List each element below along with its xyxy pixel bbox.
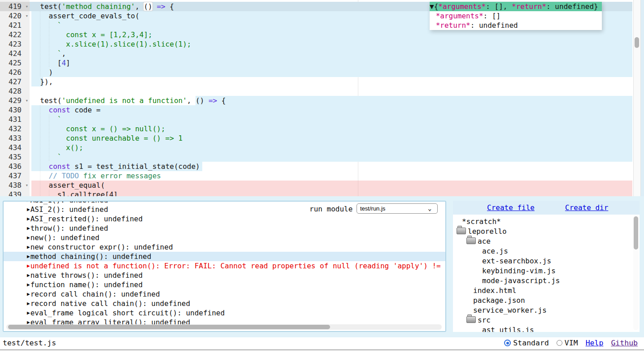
tree-item[interactable]: *scratch*	[462, 217, 501, 227]
radio-icon[interactable]	[557, 340, 562, 346]
code-line[interactable]: `,	[30, 49, 632, 58]
gutter-cell[interactable]: 429▾	[0, 96, 30, 105]
tree-item[interactable]: src	[466, 315, 491, 325]
gutter-cell[interactable]: 421	[0, 21, 30, 30]
expand-triangle-icon[interactable]: ▶	[27, 308, 30, 318]
files-vertical-scrollbar[interactable]	[633, 215, 639, 330]
expand-triangle-icon[interactable]: ▶	[27, 233, 30, 242]
expand-triangle-icon[interactable]: ▶	[27, 205, 30, 214]
result-item[interactable]: ▶eval_frame logical short circuit(): und…	[4, 308, 445, 318]
results-horizontal-scrollbar[interactable]	[6, 324, 442, 330]
code-line[interactable]: // TODO fix error messages	[30, 171, 632, 181]
files-scrollbar-thumb[interactable]	[634, 216, 638, 250]
code-line[interactable]	[30, 86, 632, 96]
result-item[interactable]: ▶record native call chain(): undefined	[4, 299, 445, 308]
result-item[interactable]: ▶function name(): undefined	[4, 280, 445, 289]
result-item[interactable]: ▶new constructor expr(): undefined	[4, 242, 445, 252]
gutter-cell[interactable]: 419▾	[0, 2, 30, 11]
code-line[interactable]: [4]	[30, 58, 632, 68]
expand-triangle-icon[interactable]: ▶	[27, 299, 30, 308]
value-tooltip[interactable]: ▼{*arguments*: [], *return*: undefined} …	[430, 2, 602, 30]
fold-toggle-icon[interactable]: ▾	[25, 96, 28, 105]
gutter-cell[interactable]: 430	[0, 105, 30, 115]
code-line[interactable]: const x = () => null();	[30, 124, 632, 133]
result-item[interactable]: ▶native throws(): undefined	[4, 271, 445, 280]
tree-item[interactable]: ext-searchbox.js	[482, 256, 551, 266]
tree-item[interactable]: index.html	[473, 286, 516, 296]
code-line[interactable]: const s1 = test_initial_state(code)	[30, 162, 632, 171]
github-link[interactable]: Github	[611, 339, 638, 347]
tree-item[interactable]: ace.js	[482, 246, 508, 256]
create-dir-link[interactable]: Create dir	[565, 203, 608, 212]
expand-triangle-icon[interactable]: ▶	[27, 261, 30, 271]
gutter-cell[interactable]: 423	[0, 39, 30, 49]
editor-gutter[interactable]: 419▾420▾421422423424425426427428429▾4304…	[0, 0, 30, 196]
gutter-cell[interactable]: 433	[0, 133, 30, 143]
tree-item[interactable]: ast_utils.js	[482, 325, 534, 332]
gutter-cell[interactable]: 432	[0, 124, 30, 133]
gutter-cell[interactable]: 438▾	[0, 181, 30, 190]
gutter-cell[interactable]: 424	[0, 49, 30, 58]
gutter-cell[interactable]: 436	[0, 162, 30, 171]
gutter-cell[interactable]: 437	[0, 171, 30, 181]
result-item[interactable]: ▶undefined is not a function(): Error: F…	[4, 261, 445, 271]
code-line[interactable]: `	[30, 115, 632, 124]
editor-vertical-scrollbar[interactable]	[633, 0, 641, 196]
call-marker[interactable]: ()	[144, 2, 152, 11]
fold-toggle-icon[interactable]: ▾	[25, 2, 28, 11]
code-line[interactable]: const x = [1,2,3,4];	[30, 30, 632, 39]
tree-item[interactable]: mode-javascript.js	[482, 276, 560, 286]
code-line[interactable]: x();	[30, 143, 632, 152]
expand-triangle-icon[interactable]: ▶	[27, 271, 30, 280]
gutter-cell[interactable]: 426	[0, 68, 30, 77]
fold-toggle-icon[interactable]: ▾	[25, 181, 28, 190]
gutter-cell[interactable]: 434	[0, 143, 30, 152]
code-line[interactable]: `	[30, 152, 632, 162]
gutter-cell[interactable]: 427	[0, 77, 30, 86]
tree-item[interactable]: keybinding-vim.js	[482, 266, 556, 276]
run-module-select[interactable]: test/run.js	[357, 203, 438, 214]
mode-radio-vim[interactable]: VIM	[557, 339, 578, 347]
expand-triangle-icon[interactable]: ▶	[27, 242, 30, 252]
gutter-cell[interactable]: 428	[0, 86, 30, 96]
code-line[interactable]: }),	[30, 77, 632, 86]
tree-item[interactable]: service_worker.js	[473, 306, 547, 315]
code-line[interactable]: x.slice(1).slice(1).slice(1);	[30, 39, 632, 49]
gutter-cell[interactable]: 420▾	[0, 11, 30, 21]
result-item[interactable]: ▶ASI_restrited(): undefined	[4, 214, 445, 224]
gutter-cell[interactable]: 439	[0, 190, 30, 196]
result-item[interactable]: ▶throw(): undefined	[4, 224, 445, 233]
tree-item[interactable]: ace	[466, 237, 491, 246]
create-file-link[interactable]: Create file	[487, 203, 535, 212]
fold-toggle-icon[interactable]: ▾	[25, 11, 28, 21]
code-line[interactable]: )	[30, 68, 632, 77]
tooltip-value-row[interactable]: *return*: undefined	[430, 21, 602, 30]
tooltip-value-row[interactable]: *arguments*: []	[430, 11, 602, 21]
code-line[interactable]: s1.calltree[4]	[30, 190, 632, 196]
expand-triangle-icon[interactable]: ▶	[27, 289, 30, 299]
result-item[interactable]: ▶record call chain(): undefined	[4, 289, 445, 299]
tree-item[interactable]: package.json	[473, 296, 525, 306]
expand-triangle-icon[interactable]: ▶	[27, 201, 30, 205]
code-line[interactable]: const code =	[30, 105, 632, 115]
test-results-panel[interactable]: ▶ASI_1(): undefined▶ASI_2(): undefined▶A…	[3, 201, 446, 332]
gutter-cell[interactable]: 422	[0, 30, 30, 39]
gutter-cell[interactable]: 435	[0, 152, 30, 162]
expand-triangle-icon[interactable]: ▶	[27, 214, 30, 224]
radio-icon[interactable]	[504, 340, 511, 346]
gutter-cell[interactable]: 431	[0, 115, 30, 124]
code-line[interactable]: assert_equal(	[30, 181, 632, 190]
expand-triangle-icon[interactable]: ▶	[27, 252, 30, 261]
result-item[interactable]: ▶new(): undefined	[4, 233, 445, 242]
results-scrollbar-thumb[interactable]	[8, 325, 330, 329]
code-line[interactable]: test('undefined is not a function', () =…	[30, 96, 632, 105]
result-item[interactable]: ▶method chaining(): undefined	[4, 252, 445, 261]
expand-triangle-icon[interactable]: ▶	[27, 280, 30, 289]
tree-item[interactable]: leporello	[457, 227, 507, 237]
mode-radio-standard[interactable]: Standard	[504, 339, 548, 347]
code-line[interactable]: const unreachable = () => 1	[30, 133, 632, 143]
gutter-cell[interactable]: 425	[0, 58, 30, 68]
help-link[interactable]: Help	[586, 339, 604, 347]
tooltip-header-row[interactable]: ▼{*arguments*: [], *return*: undefined}	[430, 2, 602, 11]
editor-scrollbar-thumb[interactable]	[635, 37, 639, 48]
